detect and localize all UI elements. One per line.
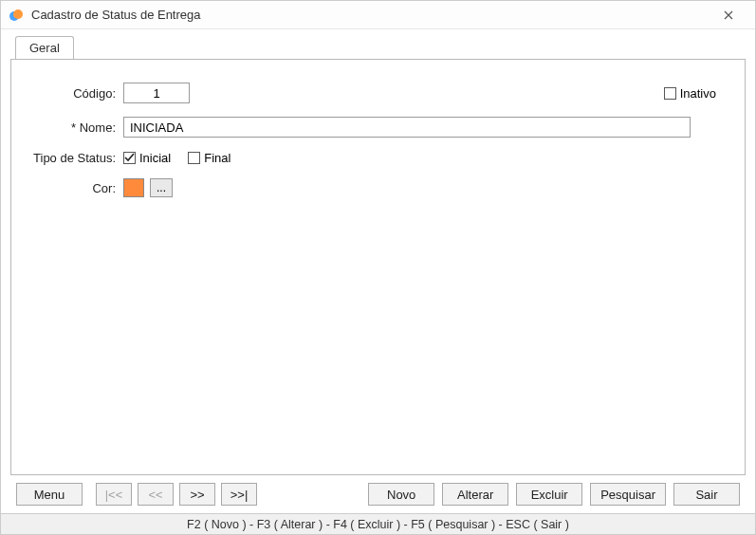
inativo-label: Inativo: [680, 86, 716, 101]
bottom-toolbar: Menu |<< << >> >>| Novo Alterar Excluir …: [10, 475, 746, 513]
nav-next-button[interactable]: >>: [179, 483, 215, 506]
checkbox-box-icon: [188, 152, 200, 164]
tab-geral[interactable]: Geral: [15, 36, 74, 60]
tab-panel-geral: Código: Inativo * Nome: Tipo de Status: …: [10, 59, 746, 475]
nome-label: * Nome:: [21, 120, 123, 135]
novo-button[interactable]: Novo: [368, 483, 434, 506]
svg-point-1: [13, 9, 23, 19]
alterar-button[interactable]: Alterar: [442, 483, 508, 506]
tabs: Geral: [15, 36, 746, 59]
final-checkbox[interactable]: Final: [188, 151, 230, 165]
window-title: Cadastro de Status de Entrega: [31, 8, 710, 22]
excluir-button[interactable]: Excluir: [516, 483, 582, 506]
inicial-checkbox[interactable]: Inicial: [123, 151, 171, 165]
codigo-input[interactable]: [123, 83, 190, 103]
checkbox-box-icon: [664, 87, 676, 100]
sair-button[interactable]: Sair: [673, 483, 740, 506]
status-strip: F2 ( Novo ) - F3 ( Alterar ) - F4 ( Excl…: [1, 513, 755, 534]
final-label: Final: [204, 151, 230, 165]
client-area: Geral Código: Inativo * Nome: Tipo de St…: [1, 29, 755, 513]
color-swatch[interactable]: [123, 178, 144, 197]
cor-label: Cor:: [21, 181, 123, 195]
inicial-label: Inicial: [139, 151, 171, 165]
tipo-status-label: Tipo de Status:: [21, 151, 123, 165]
codigo-label: Código:: [21, 86, 123, 101]
nav-prev-button[interactable]: <<: [138, 483, 174, 506]
nome-input[interactable]: [123, 117, 691, 138]
color-picker-button[interactable]: ...: [150, 178, 173, 197]
nav-first-button[interactable]: |<<: [96, 483, 132, 506]
close-button[interactable]: [710, 1, 747, 29]
checkbox-box-icon: [123, 152, 136, 164]
inativo-checkbox[interactable]: Inativo: [664, 86, 716, 101]
nav-last-button[interactable]: >>|: [221, 483, 257, 506]
nav-group: |<< << >> >>|: [96, 483, 257, 506]
pesquisar-button[interactable]: Pesquisar: [590, 483, 666, 506]
title-bar: Cadastro de Status de Entrega: [1, 1, 755, 29]
menu-button[interactable]: Menu: [16, 483, 83, 506]
app-icon: [9, 8, 24, 23]
